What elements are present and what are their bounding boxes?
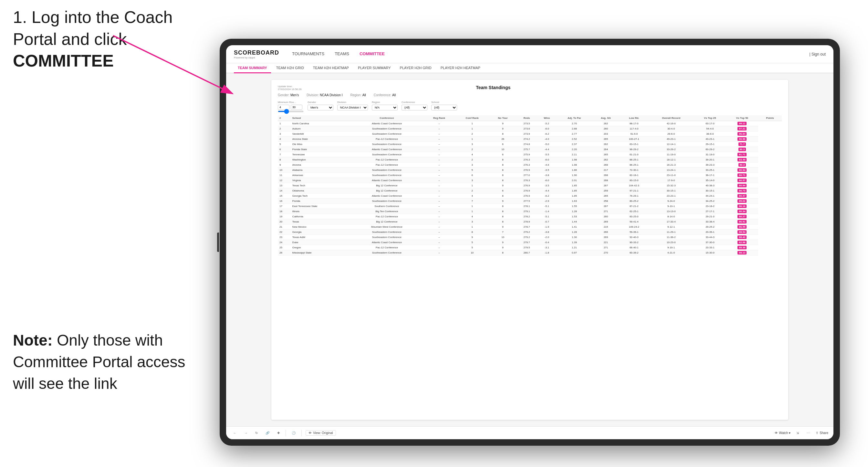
table-cell: Ole Miss xyxy=(291,142,350,147)
table-cell: 29-15-1 xyxy=(694,142,726,147)
col-no-tour: No Tour xyxy=(489,115,517,121)
table-cell: 275.7 xyxy=(517,147,537,152)
nav-committee[interactable]: COMMITTEE xyxy=(360,50,385,58)
table-cell: Big 12 Conference xyxy=(350,188,423,193)
table-cell: 33-44-3 xyxy=(694,235,726,240)
table-cell: 13 xyxy=(278,183,291,188)
score-cell: 80.47 xyxy=(726,193,758,198)
table-cell: 3 xyxy=(278,131,291,136)
share-button[interactable]: ⇧ Share xyxy=(816,431,828,435)
table-cell: – xyxy=(423,229,455,235)
table-cell: 9 xyxy=(489,240,517,245)
toolbar-clock[interactable]: 🕑 xyxy=(290,431,298,435)
table-cell: 8 xyxy=(489,178,517,183)
table-cell: -5.1 xyxy=(537,214,557,219)
table-cell: 1.98 xyxy=(557,162,592,167)
table-cell: 277.5 xyxy=(517,198,537,204)
tab-player-h2h-grid[interactable]: PLAYER H2H GRID xyxy=(396,63,435,73)
table-cell: Virginia xyxy=(291,178,350,183)
toolbar-add[interactable]: ✚ xyxy=(275,431,282,435)
score-cell: 88.13 xyxy=(726,250,758,255)
table-cell: 117-4-0 xyxy=(620,126,648,131)
table-cell: 35-14-0 xyxy=(694,178,726,183)
table-cell: 37-30-0 xyxy=(694,240,726,245)
tab-team-h2h-grid[interactable]: TEAM H2H GRID xyxy=(272,63,308,73)
table-cell: – xyxy=(423,204,455,209)
toolbar-expand[interactable]: ⇲ xyxy=(794,431,801,435)
table-cell: 23 xyxy=(278,235,291,240)
toolbar-share-link[interactable]: 🔗 xyxy=(264,431,271,435)
table-cell: -6.0 xyxy=(537,178,557,183)
col-conf-rank: Conf Rank xyxy=(455,115,489,121)
table-cell: 1.21 xyxy=(557,245,592,250)
score-cell: 80.73 xyxy=(726,188,758,193)
table-cell: 1.90 xyxy=(557,173,592,178)
table-cell: 8 xyxy=(489,131,517,136)
table-cell: -3.8 xyxy=(537,229,557,235)
table-cell: Arkansas xyxy=(291,173,350,178)
table-cell: 279.5 xyxy=(517,245,537,250)
table-cell: Alabama xyxy=(291,167,350,173)
tab-player-summary[interactable]: PLAYER SUMMARY xyxy=(354,63,395,73)
table-cell: 9 xyxy=(455,235,489,240)
table-cell: Tennessee xyxy=(291,152,350,157)
nav-tournaments[interactable]: TOURNAMENTS xyxy=(292,50,324,58)
table-cell: -3.5 xyxy=(537,183,557,188)
gender-select[interactable]: Men's xyxy=(308,105,333,111)
table-cell: -6.0 xyxy=(537,126,557,131)
table-cell: -0.4 xyxy=(537,240,557,245)
table-cell: 262 xyxy=(592,121,620,126)
table-cell: 40-38-3 xyxy=(694,183,726,188)
table-cell: 8 xyxy=(489,193,517,198)
table-cell: 5 xyxy=(455,167,489,173)
table-cell: 63-15-1 xyxy=(620,142,648,147)
toolbar-refresh[interactable]: ↻ xyxy=(253,431,260,435)
nav-teams[interactable]: TEAMS xyxy=(335,50,349,58)
table-row: 11ArkansasSoutheastern Conference–68277.… xyxy=(278,173,782,178)
table-cell: – xyxy=(423,198,455,204)
table-cell: 43-23-1 xyxy=(694,136,726,142)
table-cell: 86-25-1 xyxy=(620,157,648,162)
min-rou-slider[interactable] xyxy=(278,111,304,112)
watch-button[interactable]: 👁 Watch ▾ xyxy=(775,431,791,435)
table-header-row: # School Conference Reg Rank Conf Rank N… xyxy=(278,115,782,121)
table-cell: 8 xyxy=(489,204,517,209)
toolbar-forward[interactable]: → xyxy=(242,431,249,435)
table-cell: New Mexico xyxy=(291,224,350,229)
view-original-button[interactable]: 👁 View: Original xyxy=(306,430,336,436)
score-cell: 80.71 xyxy=(726,173,758,178)
table-cell: North Carolina xyxy=(291,121,350,126)
logo-main: SCOREBOARD xyxy=(234,50,279,56)
division-select[interactable]: NCAA Division I xyxy=(337,105,368,111)
table-cell: 17-9-0 xyxy=(648,178,694,183)
table-cell: 9 xyxy=(489,224,517,229)
table-cell: -1.9 xyxy=(537,224,557,229)
table-cell: 7 xyxy=(489,229,517,235)
toolbar-more[interactable]: ⋯ xyxy=(805,431,812,435)
region-filter: Region: All xyxy=(350,93,366,97)
instruction-bold: COMMITTEE xyxy=(13,51,114,70)
table-cell: -5.0 xyxy=(537,142,557,147)
table-cell: 1 xyxy=(455,121,489,126)
table-cell: 6 xyxy=(489,152,517,157)
table-cell: 42-16-0 xyxy=(648,121,694,126)
table-cell: 8 xyxy=(489,219,517,224)
region-select[interactable]: N/A xyxy=(372,105,398,111)
conference-select[interactable]: (All) xyxy=(402,105,427,111)
tablet-side-button[interactable] xyxy=(217,232,219,252)
table-row: 4Arizona StatePac-12 Conference–126274.2… xyxy=(278,136,782,142)
table-row: 18IllinoisBig Ten Conference–18279.1-1.4… xyxy=(278,209,782,214)
table-cell: California xyxy=(291,214,350,219)
tab-player-h2h-heatmap[interactable]: PLAYER H2H HEATMAP xyxy=(437,63,484,73)
table-cell: 8 xyxy=(489,157,517,162)
table-cell: 271 xyxy=(592,209,620,214)
school-select[interactable]: (All) xyxy=(431,105,457,111)
table-cell: 30-15-1 xyxy=(648,188,694,193)
tab-team-summary[interactable]: TEAM SUMMARY xyxy=(234,63,271,73)
toolbar-back[interactable]: ← xyxy=(231,431,239,435)
table-cell: 1 xyxy=(455,209,489,214)
table-cell: – xyxy=(423,209,455,214)
table-cell: 277.0 xyxy=(517,173,537,178)
tab-team-h2h-heatmap[interactable]: TEAM H2H HEATMAP xyxy=(309,63,353,73)
sign-out-button[interactable]: | Sign out xyxy=(809,52,826,57)
